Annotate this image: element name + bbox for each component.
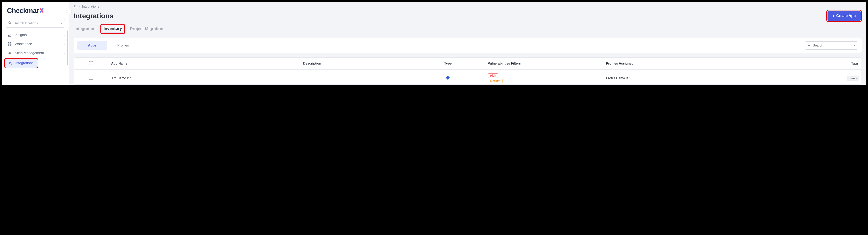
chevron-down-icon: ▾ xyxy=(63,43,65,46)
create-app-button[interactable]: + Create App xyxy=(828,11,861,21)
cell-app-name: Jira Demo B7 xyxy=(108,70,300,85)
svg-point-0 xyxy=(8,22,11,24)
svg-point-8 xyxy=(808,44,810,46)
home-icon[interactable] xyxy=(74,4,77,8)
plus-icon: + xyxy=(832,14,835,18)
subtab-profiles[interactable]: Profiles xyxy=(107,41,139,50)
subtab-apps[interactable]: Apps xyxy=(78,41,107,50)
col-app-name[interactable]: App Name xyxy=(108,58,300,70)
sub-panel: Apps Profiles × xyxy=(74,38,862,53)
cell-vuln-filters: High Medium xyxy=(485,70,603,85)
col-vuln-filters[interactable]: Vulnerabilities Filters xyxy=(485,58,603,70)
breadcrumb-separator-icon: › xyxy=(79,5,80,8)
search-icon xyxy=(807,43,811,48)
create-app-label: Create App xyxy=(836,14,856,18)
empty-dash-icon xyxy=(303,79,308,79)
vuln-pill-medium: Medium xyxy=(488,79,502,83)
apps-table: App Name Description Type Vulnerabilitie… xyxy=(74,57,862,85)
svg-rect-4 xyxy=(8,45,9,46)
chevron-down-icon: ▾ xyxy=(63,33,65,37)
cell-profiles: Profile Demo B7 xyxy=(603,70,795,85)
col-type[interactable]: Type xyxy=(411,58,485,70)
sidebar-item-label: Integrations xyxy=(16,61,34,65)
clear-icon[interactable]: × xyxy=(854,44,856,48)
brand-x-icon xyxy=(39,7,44,13)
highlight-box-inventory-tab: Inventory xyxy=(100,24,125,34)
brand-name: Checkmar xyxy=(7,6,39,15)
sidebar-item-insights[interactable]: Insights ▾ xyxy=(2,30,69,40)
svg-rect-2 xyxy=(8,43,9,44)
sidebar-item-label: Workspace xyxy=(15,42,32,46)
cell-tags: demo xyxy=(795,70,862,85)
radar-icon xyxy=(7,51,12,55)
select-all-checkbox[interactable] xyxy=(89,61,93,65)
subtabs: Apps Profiles xyxy=(78,41,139,50)
sidebar: Checkmar ‹ × Insights ▾ xyxy=(2,2,69,85)
main-content: › Integrations Integrations + Create App… xyxy=(69,2,866,85)
col-tags[interactable]: Tags xyxy=(795,58,862,70)
table-row[interactable]: Jira Demo B7 High Medium Profile Demo B7 xyxy=(74,70,862,85)
cell-description xyxy=(300,70,411,85)
svg-rect-3 xyxy=(10,43,11,44)
scrollbar-thumb[interactable] xyxy=(67,30,68,66)
sidebar-collapse-button[interactable]: ‹ xyxy=(66,8,72,14)
chart-line-icon xyxy=(7,33,12,37)
select-all-cell xyxy=(74,58,108,70)
tab-inventory[interactable]: Inventory xyxy=(103,25,123,33)
plug-icon xyxy=(8,61,12,65)
row-select-cell xyxy=(74,70,108,85)
row-checkbox[interactable] xyxy=(89,76,93,80)
tab-integration[interactable]: Integration xyxy=(74,25,96,33)
tab-project-migration[interactable]: Project Migration xyxy=(129,25,164,33)
col-description[interactable]: Description xyxy=(300,58,411,70)
sidebar-item-label: Insights xyxy=(15,33,27,37)
chevron-left-icon: ‹ xyxy=(68,10,69,13)
svg-line-9 xyxy=(810,46,810,46)
sidebar-nav: Insights ▾ Workspace ▾ Scan Management ▾ xyxy=(2,30,69,68)
clear-icon[interactable]: × xyxy=(60,21,63,26)
app-frame: Checkmar ‹ × Insights ▾ xyxy=(2,2,866,85)
chevron-down-icon: ▾ xyxy=(63,51,65,55)
sidebar-item-workspace[interactable]: Workspace ▾ xyxy=(2,40,69,49)
brand-logo: Checkmar xyxy=(2,2,69,18)
svg-rect-5 xyxy=(10,45,11,46)
cell-type xyxy=(411,70,485,85)
table-search[interactable]: × xyxy=(805,42,858,50)
vuln-pill-high: High xyxy=(488,73,498,78)
jira-type-icon xyxy=(446,76,450,80)
breadcrumb-current[interactable]: Integrations xyxy=(82,5,99,8)
sidebar-item-scan-management[interactable]: Scan Management ▾ xyxy=(2,49,69,58)
svg-point-6 xyxy=(9,53,10,54)
highlight-box-integrations: Integrations xyxy=(4,58,38,68)
page-title: Integrations xyxy=(74,12,114,20)
search-icon xyxy=(8,21,12,26)
breadcrumb: › Integrations xyxy=(74,4,862,8)
col-profiles[interactable]: Profiles Assigned xyxy=(603,58,795,70)
page-header: Integrations + Create App xyxy=(74,10,862,22)
sidebar-search[interactable]: × xyxy=(6,19,65,28)
highlight-box-create-app: + Create App xyxy=(826,10,862,22)
table-header-row: App Name Description Type Vulnerabilitie… xyxy=(74,58,862,70)
sidebar-item-label: Scan Management xyxy=(15,51,44,55)
tag-chip: demo xyxy=(847,76,859,81)
sidebar-search-input[interactable] xyxy=(14,22,60,25)
sidebar-item-integrations[interactable]: Integrations xyxy=(5,59,38,68)
grid-icon xyxy=(7,42,12,46)
main-tabs: Integration Inventory Project Migration xyxy=(74,24,862,34)
table-search-input[interactable] xyxy=(813,44,854,47)
svg-line-1 xyxy=(11,24,11,24)
